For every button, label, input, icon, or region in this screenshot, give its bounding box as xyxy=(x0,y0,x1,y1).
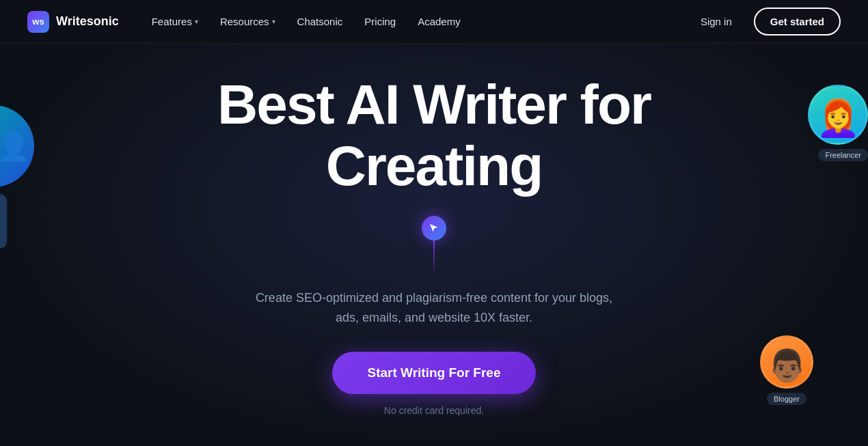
hero-section: 👤 Best AI Writer for Creating Create SEO… xyxy=(0,44,868,446)
freelancer-label: Freelancer xyxy=(818,149,868,161)
logo[interactable]: ws Writesonic xyxy=(27,11,119,33)
blogger-label: Blogger xyxy=(767,393,806,405)
chevron-down-icon: ▾ xyxy=(195,18,198,25)
nav-academy[interactable]: Academy xyxy=(409,10,469,33)
no-cc-text: No credit card required. xyxy=(384,405,484,416)
cursor-line xyxy=(433,240,435,275)
left-avatar-top: 👤 xyxy=(0,105,34,187)
navbar-right: Sign in Get started xyxy=(690,8,841,36)
navbar-left: ws Writesonic Features ▾ Resources ▾ Cha… xyxy=(27,10,469,33)
get-started-button[interactable]: Get started xyxy=(754,8,841,36)
nav-resources[interactable]: Resources ▾ xyxy=(212,10,284,33)
nav-pricing[interactable]: Pricing xyxy=(356,10,404,33)
nav-features[interactable]: Features ▾ xyxy=(144,10,206,33)
blogger-avatar: 👨🏾 xyxy=(760,335,813,389)
chevron-down-icon: ▾ xyxy=(272,18,275,25)
hero-subtitle: Create SEO-optimized and plagiarism-free… xyxy=(249,288,619,328)
nav-links: Features ▾ Resources ▾ Chatsonic Pricing… xyxy=(144,10,469,33)
logo-text: Writesonic xyxy=(56,14,119,29)
left-avatar-mid xyxy=(0,194,7,249)
sign-in-button[interactable]: Sign in xyxy=(690,10,743,33)
logo-icon: ws xyxy=(27,11,49,33)
navbar: ws Writesonic Features ▾ Resources ▾ Cha… xyxy=(0,0,868,44)
nav-chatsonic[interactable]: Chatsonic xyxy=(289,10,351,33)
cursor-animation xyxy=(422,216,446,275)
cursor-dot xyxy=(422,216,446,240)
freelancer-avatar: 👩‍🦰 xyxy=(808,85,868,145)
blogger-avatar-wrapper: 👨🏾 Blogger xyxy=(760,335,813,405)
cta-button[interactable]: Start Writing For Free xyxy=(332,352,537,394)
freelancer-avatar-wrapper: 👩‍🦰 Freelancer xyxy=(808,85,868,161)
hero-title: Best AI Writer for Creating xyxy=(126,74,742,197)
